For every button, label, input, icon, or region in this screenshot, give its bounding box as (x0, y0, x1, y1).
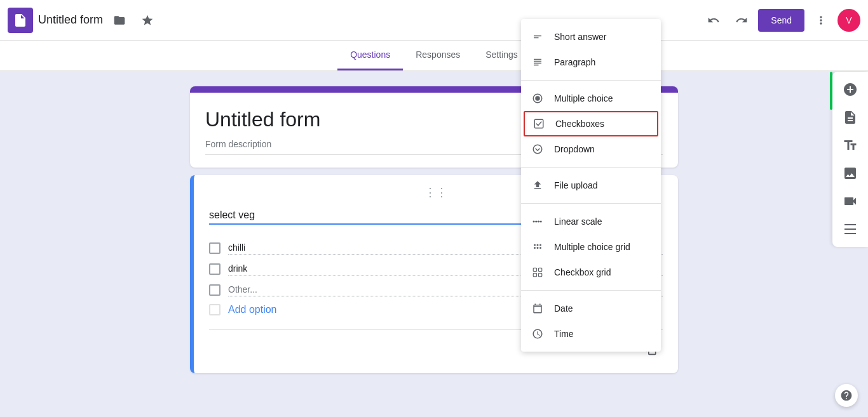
menu-label-paragraph: Paragraph (554, 57, 595, 67)
svg-rect-20 (533, 274, 536, 277)
tab-questions[interactable]: Questions (337, 41, 403, 70)
svg-rect-5 (534, 119, 543, 128)
tab-responses[interactable]: Responses (403, 41, 473, 70)
svg-rect-0 (17, 20, 24, 22)
radio-icon (531, 92, 544, 105)
svg-point-12 (534, 244, 536, 246)
svg-point-13 (537, 244, 539, 246)
import-questions-button[interactable] (837, 105, 863, 130)
dropdown-menu: Short answer Paragraph Multiple choice C… (521, 19, 661, 352)
add-section-button[interactable] (837, 216, 863, 242)
menu-label-checkbox-grid: Checkbox grid (554, 267, 611, 277)
svg-point-4 (535, 96, 540, 101)
checkbox-other[interactable] (209, 284, 220, 296)
mc-grid-icon (531, 241, 544, 253)
checkbox-grid-icon (531, 266, 544, 279)
dropdown-icon (531, 143, 544, 156)
menu-label-multiple-choice: Multiple choice (554, 93, 613, 103)
topbar-right: Send V (702, 9, 860, 32)
svg-rect-2 (17, 18, 20, 20)
menu-label-linear-scale: Linear scale (554, 216, 602, 227)
checkbox-icon (532, 117, 545, 130)
upload-icon (531, 179, 544, 192)
menu-label-dropdown: Dropdown (554, 144, 595, 154)
menu-item-linear-scale[interactable]: Linear scale (521, 209, 661, 234)
menu-item-paragraph[interactable]: Paragraph (521, 50, 661, 75)
star-button[interactable] (136, 9, 159, 32)
menu-label-short-answer: Short answer (554, 32, 606, 42)
divider-1 (521, 80, 661, 81)
menu-item-multiple-choice[interactable]: Multiple choice (521, 86, 661, 111)
topbar: Untitled form Send V (0, 0, 868, 41)
avatar[interactable]: V (837, 9, 860, 32)
checkbox-chilli[interactable] (209, 242, 220, 254)
app-icon (8, 8, 33, 33)
divider-2 (521, 167, 661, 168)
folder-button[interactable] (108, 9, 131, 32)
menu-item-checkboxes[interactable]: Checkboxes (524, 111, 658, 136)
menu-label-file-upload: File upload (554, 180, 598, 190)
menu-label-checkboxes: Checkboxes (555, 119, 604, 129)
menu-item-date[interactable]: Date (521, 296, 661, 321)
add-question-button[interactable] (837, 77, 863, 102)
paragraph-icon (531, 56, 544, 69)
linear-icon (531, 215, 544, 228)
send-button[interactable]: Send (758, 9, 804, 32)
menu-item-mc-grid[interactable]: Multiple choice grid (521, 234, 661, 260)
menu-item-time[interactable]: Time (521, 321, 661, 347)
svg-point-6 (533, 145, 542, 154)
redo-button[interactable] (730, 9, 753, 32)
checkbox-drink[interactable] (209, 263, 220, 275)
time-icon (531, 328, 544, 340)
right-sidebar (832, 72, 868, 247)
add-video-button[interactable] (837, 189, 863, 214)
svg-rect-21 (539, 274, 542, 277)
svg-rect-1 (17, 22, 24, 23)
add-title-button[interactable] (837, 133, 863, 158)
divider-3 (521, 203, 661, 204)
svg-point-16 (537, 247, 539, 249)
svg-point-17 (539, 247, 541, 249)
short-answer-icon (531, 30, 544, 43)
menu-item-checkbox-grid[interactable]: Checkbox grid (521, 260, 661, 285)
add-image-button[interactable] (837, 161, 863, 186)
menu-item-file-upload[interactable]: File upload (521, 173, 661, 198)
form-title: Untitled form (38, 13, 103, 27)
menu-item-short-answer[interactable]: Short answer (521, 24, 661, 50)
menu-label-date: Date (554, 303, 573, 314)
undo-button[interactable] (702, 9, 725, 32)
menu-item-dropdown[interactable]: Dropdown (521, 136, 661, 162)
date-icon (531, 302, 544, 315)
add-option-button[interactable]: Add option (228, 304, 277, 315)
help-button[interactable] (835, 384, 858, 407)
menu-label-time: Time (554, 329, 574, 339)
tabs-bar: Questions Responses Settings (0, 41, 868, 71)
svg-rect-19 (539, 268, 542, 271)
svg-point-15 (534, 247, 536, 249)
checkbox-add (209, 304, 220, 315)
svg-point-14 (539, 244, 541, 246)
main-content: Untitled form Form description ⋮⋮ chilli… (0, 71, 868, 416)
divider-4 (521, 290, 661, 291)
svg-rect-18 (533, 268, 536, 271)
menu-label-mc-grid: Multiple choice grid (554, 242, 630, 252)
more-button[interactable] (810, 9, 832, 32)
